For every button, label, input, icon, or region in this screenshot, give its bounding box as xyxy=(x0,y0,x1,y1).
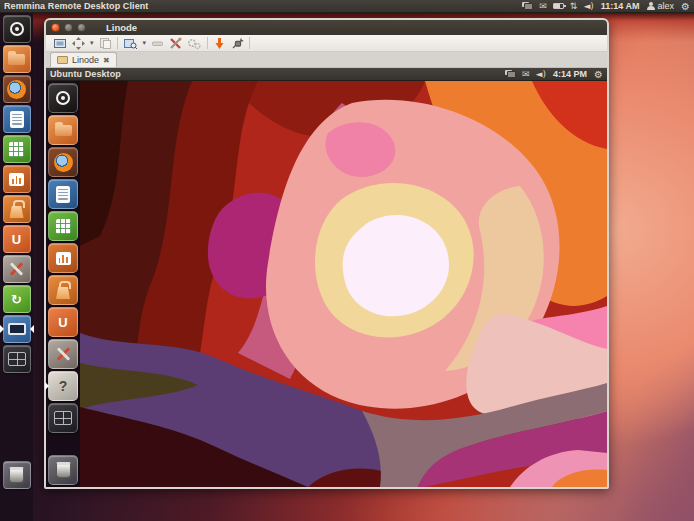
remote-clock[interactable]: 4:14 PM xyxy=(553,69,587,79)
host-clock[interactable]: 11:14 AM xyxy=(601,1,640,11)
calc-sheet-icon xyxy=(9,142,24,157)
ubuntu-logo-icon xyxy=(56,91,70,105)
ubuntu-logo-icon xyxy=(10,22,24,36)
gear-icon[interactable]: ⚙ xyxy=(681,1,690,12)
remote-launcher: U ? xyxy=(46,81,80,487)
remote-launcher-item-libreoffice-calc[interactable] xyxy=(48,211,78,241)
launcher-item-dash-home[interactable] xyxy=(3,15,31,43)
launcher-item-firefox[interactable] xyxy=(3,75,31,103)
launcher-item-libreoffice-calc[interactable] xyxy=(3,135,31,163)
screenshot-button[interactable] xyxy=(123,37,138,50)
tools-button[interactable] xyxy=(169,37,182,50)
remote-launcher-item-help[interactable]: ? xyxy=(48,371,78,401)
close-button[interactable] xyxy=(51,23,60,32)
workspace-grid-icon xyxy=(8,352,26,366)
host-launcher: U ↻ xyxy=(0,13,33,521)
remote-desktop-title: Ubuntu Desktop xyxy=(50,69,121,79)
toolbar-separator xyxy=(207,37,208,49)
host-tray: ✉ ⇅ ◄) xyxy=(522,2,594,11)
launcher-item-software-center[interactable] xyxy=(3,195,31,223)
scale-options-caret[interactable]: ▾ xyxy=(90,39,94,47)
question-mark-icon: ? xyxy=(59,378,68,394)
remote-launcher-item-workspace-switcher[interactable] xyxy=(48,403,78,433)
remote-launcher-item-dash-home[interactable] xyxy=(48,83,78,113)
remmina-toolbar: ▾ ▾ xyxy=(46,35,607,52)
wallpaper-art xyxy=(80,81,607,487)
launcher-item-update-manager[interactable]: ↻ xyxy=(3,285,31,313)
user-menu[interactable]: alex xyxy=(647,1,675,11)
username: alex xyxy=(658,1,675,11)
launcher-item-workspace-switcher[interactable] xyxy=(3,345,31,373)
ubuntu-one-icon: U xyxy=(58,315,67,330)
launcher-item-home-folder[interactable] xyxy=(3,45,31,73)
tab-close-icon[interactable]: ✖ xyxy=(103,56,110,65)
remote-launcher-item-libreoffice-writer[interactable] xyxy=(48,179,78,209)
remote-launcher-item-firefox[interactable] xyxy=(48,147,78,177)
screenshot-options-caret[interactable]: ▾ xyxy=(143,39,147,47)
writer-doc-icon xyxy=(10,111,24,128)
launcher-item-libreoffice-writer[interactable] xyxy=(3,105,31,133)
remote-launcher-item-home-folder[interactable] xyxy=(48,115,78,145)
remote-desktop-viewport[interactable]: Ubuntu Desktop ✉ ◄) 4:14 PM ⚙ xyxy=(46,68,607,487)
workspace-grid-icon xyxy=(54,411,72,425)
tab-label: Linode xyxy=(72,55,99,65)
maximize-button[interactable] xyxy=(77,23,86,32)
firefox-icon xyxy=(7,80,26,99)
duplicate-connection-button[interactable] xyxy=(99,37,112,50)
shopping-bag-icon xyxy=(56,281,70,299)
toolbar-separator xyxy=(249,37,250,49)
network-icon[interactable] xyxy=(505,70,516,78)
folder-icon xyxy=(55,125,72,136)
tools-icon xyxy=(9,261,25,277)
launcher-item-remmina[interactable] xyxy=(3,315,31,343)
tab-bar: Linode ✖ xyxy=(46,52,607,68)
ubuntu-one-icon: U xyxy=(12,232,21,247)
volume-icon[interactable]: ◄) xyxy=(536,70,546,79)
sync-icon[interactable]: ⇅ xyxy=(570,2,578,11)
mail-icon[interactable]: ✉ xyxy=(522,70,530,79)
remote-launcher-item-trash[interactable] xyxy=(48,455,78,485)
launcher-item-system-settings[interactable] xyxy=(3,255,31,283)
impress-slide-icon xyxy=(56,252,71,265)
running-indicator-arrow xyxy=(0,325,4,333)
window-titlebar[interactable]: Linode xyxy=(46,20,607,35)
grab-keyboard-button[interactable] xyxy=(151,37,164,50)
remote-desktop-body: U ? xyxy=(46,81,607,487)
launcher-item-libreoffice-impress[interactable] xyxy=(3,165,31,193)
remmina-window: Linode ▾ ▾ xyxy=(44,18,609,489)
tab-linode[interactable]: Linode ✖ xyxy=(50,52,117,67)
launcher-item-trash[interactable] xyxy=(3,461,31,489)
gears-button[interactable] xyxy=(187,37,202,50)
calc-sheet-icon xyxy=(56,219,71,234)
user-icon xyxy=(647,2,655,10)
download-button[interactable] xyxy=(213,37,226,50)
connection-monitor-icon xyxy=(57,56,68,64)
running-indicator-arrow xyxy=(45,382,49,390)
remote-launcher-item-ubuntu-one[interactable]: U xyxy=(48,307,78,337)
toolbar-separator xyxy=(117,37,118,49)
remote-launcher-item-system-settings[interactable] xyxy=(48,339,78,369)
mail-icon[interactable]: ✉ xyxy=(539,2,547,11)
remote-launcher-item-libreoffice-impress[interactable] xyxy=(48,243,78,273)
remote-menubar: Ubuntu Desktop ✉ ◄) 4:14 PM ⚙ xyxy=(46,68,607,81)
host-menubar: Remmina Remote Desktop Client ✉ ⇅ ◄) 11:… xyxy=(0,0,694,13)
shopping-bag-icon xyxy=(10,200,24,218)
scale-window-button[interactable] xyxy=(72,37,85,50)
remmina-monitor-icon xyxy=(8,323,26,335)
launcher-item-ubuntu-one[interactable]: U xyxy=(3,225,31,253)
disconnect-button[interactable] xyxy=(231,37,244,50)
gear-icon[interactable]: ⚙ xyxy=(594,69,603,80)
fullscreen-button[interactable] xyxy=(53,37,67,50)
remote-launcher-item-software-center[interactable] xyxy=(48,275,78,305)
minimize-button[interactable] xyxy=(64,23,73,32)
network-icon[interactable] xyxy=(522,2,533,10)
volume-icon[interactable]: ◄) xyxy=(583,2,593,11)
battery-icon[interactable] xyxy=(553,3,564,9)
trash-bin-icon xyxy=(56,462,71,478)
host-app-title: Remmina Remote Desktop Client xyxy=(4,1,148,11)
impress-slide-icon xyxy=(9,173,24,186)
focused-indicator-arrow xyxy=(30,325,34,333)
folder-icon xyxy=(8,54,25,65)
trash-bin-icon xyxy=(9,467,24,483)
window-title: Linode xyxy=(106,22,137,33)
